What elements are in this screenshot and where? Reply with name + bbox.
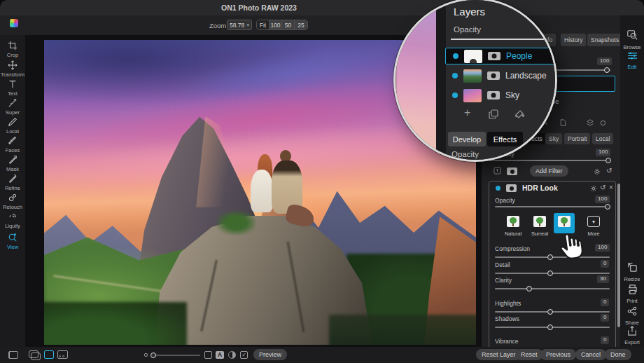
crop-icon <box>0 41 25 51</box>
tool-local[interactable]: Local <box>0 117 25 135</box>
effects-opacity-slider[interactable] <box>490 160 610 161</box>
hdr-close-icon[interactable]: × <box>609 184 613 191</box>
fit-button[interactable]: Fit <box>257 20 270 29</box>
hdr-undo-icon[interactable]: ↺ <box>600 184 606 191</box>
hdr-opacity-label: Opacity <box>495 197 515 204</box>
visibility-dot[interactable] <box>452 93 458 98</box>
magnified-layer-people[interactable]: People <box>445 48 556 64</box>
previous-button[interactable]: Previous <box>540 349 576 360</box>
tool-faces[interactable]: Faces <box>0 136 25 153</box>
thumb-size-slider[interactable] <box>151 355 200 356</box>
magnified-layer-sky[interactable]: Sky <box>445 87 556 104</box>
zoom-100-button[interactable]: 100 <box>270 20 282 29</box>
reset-layer-button[interactable]: Reset Layer <box>476 349 522 360</box>
mask-view-circle-icon[interactable] <box>228 351 236 359</box>
duplicate-layer-icon[interactable] <box>489 109 498 122</box>
reset-button[interactable]: Reset <box>515 349 543 360</box>
sky-mask-icon[interactable] <box>487 91 500 100</box>
hdr-mask-icon[interactable] <box>506 184 517 192</box>
effects-opacity-value: 100 <box>596 149 610 156</box>
hdr-opacity-slider[interactable] <box>495 206 610 207</box>
tool-transform[interactable]: Transform <box>0 60 25 78</box>
delete-bucket-icon[interactable] <box>514 109 526 122</box>
magnified-tab-effects[interactable]: Effects <box>487 132 523 146</box>
add-layer-icon[interactable]: + <box>464 107 470 119</box>
done-button[interactable]: Done <box>605 349 631 360</box>
filter-enabled-dot[interactable] <box>496 186 500 191</box>
print-icon <box>627 285 638 296</box>
move-arrows-icon <box>0 60 25 71</box>
thumb-size-small-icon <box>144 353 148 357</box>
share-button[interactable]: Share <box>620 306 644 326</box>
module-tab-sky[interactable]: Sky <box>545 133 562 144</box>
tool-refine[interactable]: Refine <box>0 174 25 191</box>
browse-icon <box>626 31 638 43</box>
hdr-opacity-value: 100 <box>595 196 610 203</box>
layers-stack-icon[interactable] <box>587 119 594 128</box>
layers-opacity-label: Opacity <box>454 25 481 34</box>
mask-brush-icon <box>0 155 25 165</box>
hdr-gear-icon[interactable] <box>590 185 597 193</box>
print-button[interactable]: Print <box>620 285 644 304</box>
export-button[interactable]: Export <box>620 326 644 345</box>
person-woman-body <box>251 170 273 212</box>
slider-clarity[interactable] <box>495 288 610 289</box>
tool-super[interactable]: Super <box>0 98 25 116</box>
slider-clarity-value: 30 <box>597 275 609 283</box>
preset-more-chevron-icon[interactable]: ▾ <box>587 216 600 227</box>
soft-proof-check-icon[interactable]: ✓ <box>240 351 248 359</box>
zoom-dropdown[interactable]: 58.78 ▾ <box>227 20 252 30</box>
preset-surreal-label: Surreal <box>528 231 552 237</box>
visibility-dot[interactable] <box>453 53 458 59</box>
slider-vibrance-value: 0 <box>601 336 609 344</box>
zoom-50-button[interactable]: 50 <box>282 20 295 29</box>
target-circle-icon[interactable] <box>600 120 606 128</box>
edit-module-button[interactable]: Edit <box>620 50 644 70</box>
module-tab-local[interactable]: Local <box>592 133 613 144</box>
tab-history[interactable]: History <box>561 34 586 46</box>
module-tab-portrait[interactable]: Portrait <box>564 133 590 144</box>
tab-snapshots[interactable]: Snapshots <box>587 34 622 46</box>
slider-compression[interactable] <box>495 256 610 258</box>
slider-detail-label: Detail <box>495 261 510 268</box>
titlebar[interactable]: ON1 Photo RAW 2023 <box>0 0 644 15</box>
original-view-icon[interactable] <box>204 351 212 359</box>
magnified-tab-develop[interactable]: Develop <box>448 132 486 146</box>
accessibility-a-icon[interactable]: A <box>216 351 224 359</box>
tool-retouch[interactable]: Retouch <box>0 193 25 210</box>
people-thumbnail <box>464 50 482 63</box>
preview-button[interactable]: Preview <box>253 349 287 360</box>
filmstrip-view-icon[interactable] <box>57 350 68 359</box>
fingerprint-icon <box>0 212 25 222</box>
reset-undo-icon[interactable]: ↺ <box>606 167 612 174</box>
slider-detail[interactable] <box>495 273 610 274</box>
people-mask-icon[interactable] <box>488 52 500 60</box>
resize-icon <box>627 263 638 275</box>
zoom-25-button[interactable]: 25 <box>295 20 307 29</box>
cancel-button[interactable]: Cancel <box>575 349 606 360</box>
tool-mask[interactable]: Mask <box>0 155 25 172</box>
visibility-dot[interactable] <box>452 73 458 78</box>
preset-surreal[interactable] <box>533 216 546 227</box>
brush-icon <box>0 117 25 128</box>
slider-highlights[interactable] <box>495 311 610 313</box>
slider-shadows-value: 0 <box>601 314 609 322</box>
add-filter-button[interactable]: Add Filter <box>530 165 568 177</box>
tool-text[interactable]: Text <box>0 79 25 97</box>
document-icon[interactable] <box>560 119 566 128</box>
tool-crop[interactable]: Crop <box>0 41 25 58</box>
slider-shadows[interactable] <box>495 327 610 328</box>
apply-icon[interactable] <box>493 167 501 176</box>
magnified-opacity-slider[interactable] <box>451 39 557 40</box>
tool-view[interactable]: View <box>0 233 25 250</box>
single-view-icon[interactable] <box>44 350 54 359</box>
preset-natural[interactable] <box>507 216 519 227</box>
mask-icon[interactable] <box>507 167 517 175</box>
slider-vibrance-label: Vibrance <box>495 338 518 345</box>
browse-module-button[interactable]: Browse <box>620 29 644 50</box>
magnified-layer-landscape[interactable]: Landscape <box>445 67 556 84</box>
gear-icon[interactable] <box>594 168 601 177</box>
resize-button[interactable]: Resize <box>620 262 644 282</box>
tool-liquify[interactable]: Liquify <box>0 212 25 229</box>
landscape-mask-icon[interactable] <box>487 71 500 80</box>
